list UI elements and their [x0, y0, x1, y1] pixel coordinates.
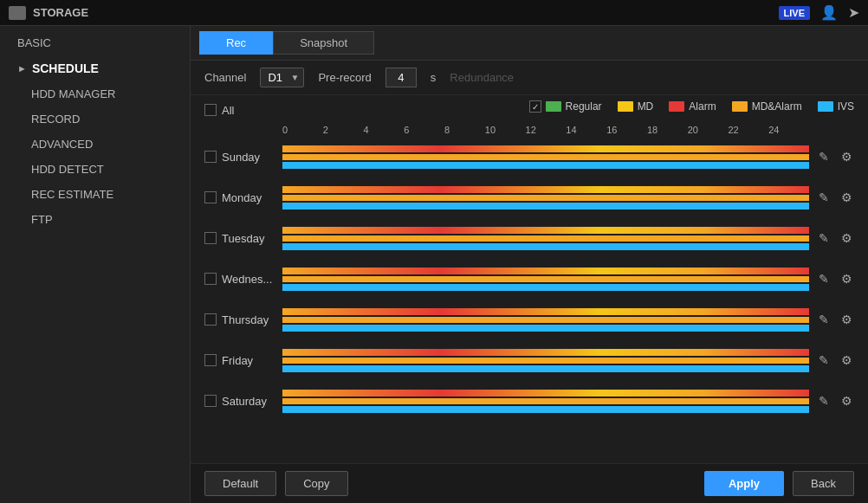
day-checkbox-wednesday[interactable]	[204, 273, 217, 285]
day-actions-saturday: ✎⚙	[809, 393, 854, 409]
bar-container-monday[interactable]	[282, 178, 809, 216]
bar-bot-saturday	[282, 406, 809, 413]
bar-mid-thursday	[282, 317, 809, 323]
edit-icon-sunday[interactable]: ✎	[816, 149, 832, 164]
md-alarm-color	[732, 101, 748, 112]
tab-snapshot[interactable]: Snapshot	[273, 31, 374, 55]
bar-bot-wednesday	[282, 284, 809, 291]
bar-container-friday[interactable]	[282, 341, 809, 379]
tick-14: 14	[566, 125, 606, 135]
gear-icon-monday[interactable]: ⚙	[839, 190, 854, 205]
bar-mid-friday	[282, 358, 809, 364]
sidebar-label-hdd-manager: HDD MANAGER	[31, 87, 116, 100]
redundance-label: Redundance	[450, 71, 514, 84]
time-header: 0 2 4 6 8 10 12 14 16 18 20 22 24	[282, 125, 809, 135]
regular-check[interactable]: ✓	[529, 100, 541, 113]
bar-container-sunday[interactable]	[282, 138, 809, 176]
day-actions-wednesday: ✎⚙	[809, 271, 854, 287]
bar-top-thursday	[282, 308, 809, 315]
legend-row: ✓ Regular MD Alarm MD&Alarm	[529, 100, 854, 113]
edit-icon-thursday[interactable]: ✎	[816, 312, 832, 327]
edit-icon-tuesday[interactable]: ✎	[816, 230, 832, 246]
bar-top-wednesday	[282, 268, 809, 274]
all-checkbox[interactable]	[204, 104, 217, 116]
apply-button[interactable]: Apply	[704, 471, 784, 496]
prerecord-label: Pre-record	[318, 71, 371, 84]
bar-mid-sunday	[282, 154, 809, 160]
day-actions-sunday: ✎⚙	[809, 149, 854, 164]
all-label: All	[222, 104, 234, 117]
sidebar-label-hdd-detect: HDD DETECT	[31, 163, 104, 176]
tick-0: 0	[282, 125, 323, 135]
edit-icon-friday[interactable]: ✎	[816, 352, 832, 368]
day-checkbox-saturday[interactable]	[204, 395, 217, 407]
day-name-saturday: Saturday	[222, 395, 267, 408]
legend-ivs: IVS	[818, 100, 854, 113]
tick-18: 18	[647, 125, 688, 135]
gear-icon-sunday[interactable]: ⚙	[839, 149, 854, 164]
sidebar-item-rec-estimate[interactable]: REC ESTIMATE	[0, 182, 190, 207]
legend-alarm: Alarm	[669, 100, 716, 113]
bar-container-wednesday[interactable]	[282, 260, 809, 298]
day-checkbox-thursday[interactable]	[204, 313, 217, 326]
sidebar-item-record[interactable]: RECORD	[0, 106, 190, 132]
day-checkbox-sunday[interactable]	[204, 151, 217, 163]
prerecord-input[interactable]	[385, 68, 417, 87]
channel-select[interactable]: D1	[260, 68, 304, 87]
sidebar-item-ftp[interactable]: FTP	[0, 207, 190, 232]
bar-top-friday	[282, 349, 809, 356]
sidebar-item-basic[interactable]: BASIC	[0, 30, 190, 55]
tick-2: 2	[323, 125, 364, 135]
sidebar-label-advanced: ADVANCED	[31, 138, 93, 151]
tick-20: 20	[688, 125, 729, 135]
md-alarm-label: MD&Alarm	[752, 100, 802, 113]
copy-button[interactable]: Copy	[285, 471, 347, 496]
bar-container-thursday[interactable]	[282, 300, 809, 339]
back-button[interactable]: Back	[793, 471, 854, 496]
edit-icon-wednesday[interactable]: ✎	[816, 271, 832, 287]
legend-md-alarm: MD&Alarm	[732, 100, 802, 113]
bar-bot-sunday	[282, 162, 809, 169]
sidebar-label-rec-estimate: REC ESTIMATE	[31, 188, 113, 201]
regular-label: Regular	[566, 100, 602, 113]
gear-icon-tuesday[interactable]: ⚙	[839, 230, 854, 246]
gear-icon-wednesday[interactable]: ⚙	[839, 271, 854, 287]
tab-rec[interactable]: Rec	[199, 31, 273, 55]
bar-mid-wednesday	[282, 276, 809, 282]
edit-icon-saturday[interactable]: ✎	[816, 393, 832, 409]
schedule-area: All ✓ Regular MD Alarm	[191, 95, 868, 463]
all-checkbox-row: All	[204, 104, 234, 117]
legend-md: MD	[618, 100, 654, 113]
sidebar-item-schedule[interactable]: ► SCHEDULE	[0, 55, 190, 81]
gear-icon-saturday[interactable]: ⚙	[839, 393, 854, 409]
sidebar-item-hdd-detect[interactable]: HDD DETECT	[0, 157, 190, 182]
gear-icon-thursday[interactable]: ⚙	[839, 312, 854, 327]
sidebar-item-advanced[interactable]: ADVANCED	[0, 132, 190, 157]
day-label-wednesday: Wednes...	[204, 273, 282, 286]
bar-bot-monday	[282, 203, 809, 210]
gear-icon-friday[interactable]: ⚙	[839, 352, 854, 368]
bar-container-tuesday[interactable]	[282, 219, 809, 257]
day-checkbox-friday[interactable]	[204, 354, 217, 366]
default-button[interactable]: Default	[204, 471, 276, 496]
day-label-tuesday: Tuesday	[204, 232, 282, 245]
tick-4: 4	[364, 125, 405, 135]
tick-24: 24	[768, 125, 809, 135]
bar-container-saturday[interactable]	[282, 382, 809, 420]
tab-bar: Rec Snapshot	[191, 26, 868, 61]
sidebar-item-hdd-manager[interactable]: HDD MANAGER	[0, 81, 190, 106]
exit-icon[interactable]: ➤	[848, 4, 859, 21]
regular-color	[546, 101, 561, 112]
day-label-monday: Monday	[204, 191, 282, 204]
day-label-thursday: Thursday	[204, 313, 282, 326]
arrow-icon: ►	[17, 63, 27, 74]
sidebar-label-basic: BASIC	[17, 36, 51, 49]
edit-icon-monday[interactable]: ✎	[816, 190, 832, 205]
tick-6: 6	[404, 125, 444, 135]
day-checkbox-tuesday[interactable]	[204, 232, 217, 244]
day-name-thursday: Thursday	[222, 313, 269, 326]
day-actions-thursday: ✎⚙	[809, 312, 854, 327]
day-checkbox-monday[interactable]	[204, 191, 217, 203]
toolbar: Channel D1 ▼ Pre-record s Redundance	[191, 61, 868, 95]
day-name-wednesday: Wednes...	[222, 273, 272, 286]
